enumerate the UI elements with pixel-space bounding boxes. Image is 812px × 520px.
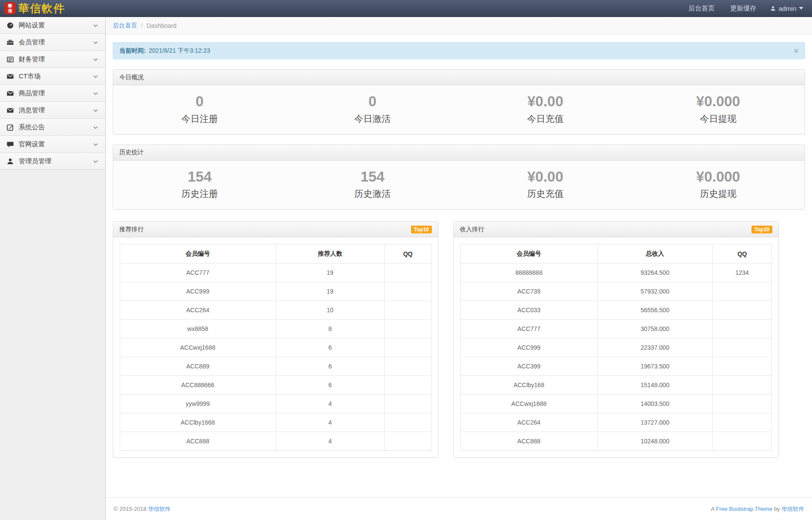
sidebar-item-admin-management[interactable]: 管理员管理 — [0, 153, 105, 170]
referral-count-cell: 6 — [276, 357, 384, 376]
qq-cell — [384, 357, 431, 376]
total-income-cell: 56556.500 — [597, 301, 713, 320]
table-row: ACC399 19673.500 — [461, 357, 772, 376]
member-id-cell: ACC777 — [120, 263, 276, 282]
referral-count-cell: 4 — [276, 395, 384, 413]
today-overview-title: 今日概况 — [113, 70, 805, 85]
chevron-down-icon — [92, 124, 99, 131]
total-income-cell: 14003.500 — [597, 395, 713, 413]
ranking-tables-row: 推荐排行 Top10 会员编号 推荐人数 QQ — [113, 221, 805, 458]
chevron-down-icon — [92, 56, 99, 63]
history-stats-panel: 历史统计 154 历史注册 154 历史激活 ¥0.00 历史充值 ¥0.000… — [113, 145, 805, 210]
user-icon — [7, 158, 14, 165]
top10-badge: Top10 — [751, 226, 772, 233]
member-id-cell: ACC888 — [461, 432, 598, 451]
envelope-icon — [7, 107, 14, 114]
referral-ranking-panel: 推荐排行 Top10 会员编号 推荐人数 QQ — [113, 221, 438, 458]
caret-down-icon — [799, 7, 803, 10]
total-income-cell: 93264.500 — [597, 263, 713, 282]
sidebar-item-ct-market[interactable]: CT市场 — [0, 68, 105, 85]
table-row: ACCwxj1688 6 — [120, 338, 431, 357]
member-id-cell: ACC777 — [461, 320, 598, 338]
qq-cell — [713, 395, 772, 413]
nav-update-cache-link[interactable]: 更新缓存 — [722, 4, 764, 13]
app-logo: 華 信 華信軟件 — [4, 1, 65, 16]
table-header-row: 会员编号 推荐人数 QQ — [120, 244, 431, 263]
member-id-cell: ACC999 — [120, 282, 276, 301]
referral-count-cell: 19 — [276, 282, 384, 301]
footer: © 2015-2018 华信软件 A Free Bootstrap Theme … — [106, 497, 812, 520]
referral-count-cell: 8 — [276, 320, 384, 338]
table-row: ACC033 56556.500 — [461, 301, 772, 320]
user-icon — [770, 6, 776, 11]
table-row: ACClby168 15148.000 — [461, 376, 772, 395]
chevron-down-icon — [92, 90, 99, 97]
navbar-right-menu: 后台首页 更新缓存 admin — [681, 4, 803, 13]
qq-cell — [384, 301, 431, 320]
income-ranking-header: 收入排行 Top10 — [454, 222, 778, 237]
table-row: ACC777 19 — [120, 263, 431, 282]
qq-cell — [384, 395, 431, 413]
briefcase-icon — [7, 39, 14, 46]
table-row: ACC889 6 — [120, 357, 431, 376]
breadcrumb-home-link[interactable]: 后台首页 — [113, 22, 137, 30]
main-area: 后台首页 / Dashboard 当前时间: 2021/6/21 下午3:12:… — [106, 17, 812, 520]
total-income-cell: 30758.000 — [597, 320, 713, 338]
member-id-cell: ACClby1668 — [120, 413, 276, 432]
close-icon[interactable]: × — [794, 47, 799, 55]
referral-count-cell: 4 — [276, 432, 384, 451]
chevron-down-icon — [92, 141, 99, 148]
envelope-icon — [7, 73, 14, 80]
chevron-down-icon — [92, 22, 99, 29]
today-overview-stats: 0 今日注册 0 今日激活 ¥0.00 今日充值 ¥0.000 今日提现 — [113, 85, 805, 134]
sidebar-item-member-management[interactable]: 会员管理 — [0, 34, 105, 51]
user-dropdown[interactable]: admin — [770, 5, 803, 12]
sidebar-item-system-announcement[interactable]: 系统公告 — [0, 119, 105, 136]
member-id-cell: ACC999 — [461, 338, 598, 357]
sidebar-item-message-management[interactable]: 消息管理 — [0, 102, 105, 119]
sidebar-item-official-site-settings[interactable]: 官网设置 — [0, 136, 105, 153]
footer-theme-link[interactable]: Free Bootstrap Theme — [716, 506, 772, 512]
total-income-cell: 19673.500 — [597, 357, 713, 376]
breadcrumb: 后台首页 / Dashboard — [106, 17, 812, 34]
dashboard-icon — [7, 22, 14, 29]
qq-cell — [384, 320, 431, 338]
table-row: ACCwxj1688 14003.500 — [461, 395, 772, 413]
member-id-cell: yyw9999 — [120, 395, 276, 413]
sidebar-item-finance-management[interactable]: 财务管理 — [0, 51, 105, 68]
footer-company-link[interactable]: 华信软件 — [782, 506, 804, 512]
income-table-body: 88888888 93264.500 1234 ACC739 57932.000 — [461, 263, 772, 451]
qq-cell — [713, 432, 772, 451]
table-row: ACC739 57932.000 — [461, 282, 772, 301]
stat-today-register: 0 今日注册 — [113, 93, 286, 125]
sidebar: 网站设置 会员管理 财务管理 CT市场 商品管理 消息管理 系统公告 官网设置 — [0, 17, 106, 520]
breadcrumb-current: Dashboard — [147, 22, 177, 29]
sidebar-item-website-settings[interactable]: 网站设置 — [0, 17, 105, 34]
qq-cell: 1234 — [713, 263, 772, 282]
top10-badge: Top10 — [411, 226, 432, 233]
referral-table-body: ACC777 19 ACC999 19 — [120, 263, 431, 451]
member-id-cell: ACCwxj1688 — [461, 395, 598, 413]
footer-company-link[interactable]: 华信软件 — [148, 506, 171, 512]
stat-history-activate: 154 历史激活 — [286, 168, 459, 200]
top-navbar: 華 信 華信軟件 后台首页 更新缓存 admin — [0, 0, 812, 17]
logo-seal-icon: 華 信 — [4, 2, 16, 14]
alert-time: 2021/6/21 下午3:12:23 — [149, 47, 210, 55]
stat-today-activate: 0 今日激活 — [286, 93, 459, 125]
sidebar-item-product-management[interactable]: 商品管理 — [0, 85, 105, 102]
referral-count-cell: 6 — [276, 376, 384, 395]
income-ranking-body: 会员编号 总收入 QQ 88888888 93264.500 — [454, 237, 778, 457]
chevron-down-icon — [92, 107, 99, 114]
qq-cell — [713, 357, 772, 376]
referral-ranking-header: 推荐排行 Top10 — [113, 222, 438, 237]
table-row: ACC888666 6 — [120, 376, 431, 395]
total-income-header: 总收入 — [597, 244, 713, 263]
today-overview-panel: 今日概况 0 今日注册 0 今日激活 ¥0.00 今日充值 ¥0.000 今日提… — [113, 69, 805, 135]
history-stats: 154 历史注册 154 历史激活 ¥0.00 历史充值 ¥0.000 历史提现 — [113, 161, 805, 209]
qq-cell — [713, 413, 772, 432]
qq-cell — [384, 413, 431, 432]
chevron-down-icon — [92, 158, 99, 165]
member-id-cell: ACC739 — [461, 282, 598, 301]
member-id-cell: ACC399 — [461, 357, 598, 376]
nav-backend-home-link[interactable]: 后台首页 — [681, 4, 722, 13]
